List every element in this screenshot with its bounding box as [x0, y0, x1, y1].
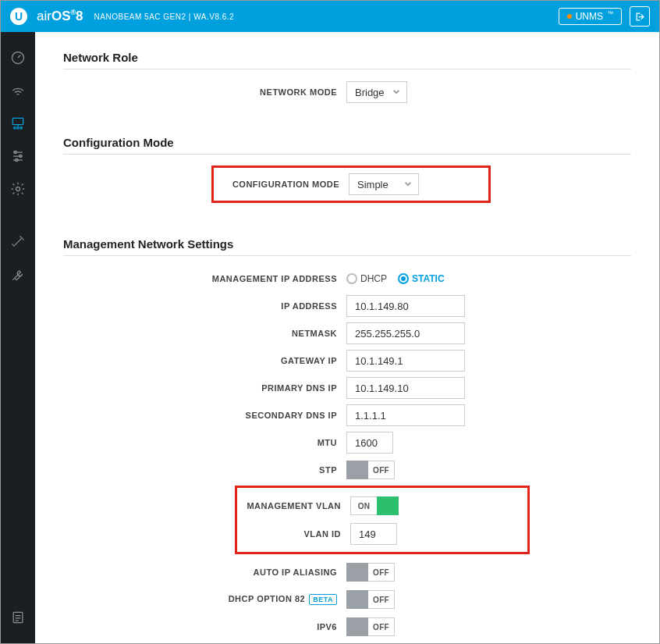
wrench-icon — [10, 267, 26, 283]
auto-ip-toggle-label: OFF — [368, 563, 395, 582]
logout-icon — [634, 11, 646, 23]
dhcp-radio-label: DHCP — [360, 273, 387, 284]
stp-toggle[interactable]: OFF — [346, 461, 395, 479]
wifi-icon — [10, 83, 26, 98]
vlan-id-input[interactable] — [350, 523, 397, 545]
gear-icon — [10, 181, 26, 197]
dhcp82-toggle[interactable]: OFF — [346, 590, 395, 609]
netmask-input[interactable] — [346, 322, 465, 344]
logout-button[interactable] — [630, 6, 650, 27]
config-mode-value: Simple — [357, 179, 389, 190]
section-title-config-mode: Configuration Mode — [63, 136, 631, 149]
sliders-icon — [10, 148, 26, 164]
network-mode-select[interactable]: Bridge — [346, 81, 407, 103]
radio-icon — [346, 273, 357, 284]
dhcp82-toggle-label: OFF — [368, 590, 395, 609]
sidebar-item-wireless[interactable] — [1, 76, 35, 105]
chevron-down-icon — [392, 87, 400, 98]
divider — [63, 255, 631, 256]
ip-mode-static-radio[interactable]: STATIC — [398, 273, 445, 284]
svg-point-4 — [20, 127, 23, 130]
chevron-down-icon — [404, 179, 412, 190]
gateway-input[interactable] — [346, 350, 465, 372]
netmask-label: NETMASK — [63, 329, 346, 338]
mgmt-vlan-label: MANAGEMENT VLAN — [245, 501, 350, 511]
dns1-input[interactable] — [346, 377, 465, 399]
divider — [63, 154, 631, 155]
unms-label: UNMS — [576, 11, 603, 22]
ip-mode-dhcp-radio[interactable]: DHCP — [346, 273, 387, 284]
airos-logo: airOS®8 — [37, 9, 83, 24]
dns1-label: PRIMARY DNS IP — [63, 383, 346, 393]
ipv6-label: IPV6 — [63, 622, 346, 632]
gateway-label: GATEWAY IP — [63, 356, 346, 365]
mtu-input[interactable] — [346, 432, 393, 454]
dns2-input[interactable] — [346, 404, 465, 426]
ip-address-input[interactable] — [346, 295, 465, 317]
content-area: Network Role NETWORK MODE Bridge Configu… — [35, 32, 659, 643]
stp-toggle-label: OFF — [368, 461, 395, 479]
auto-ip-toggle[interactable]: OFF — [346, 563, 395, 582]
mgmt-vlan-toggle-label: ON — [350, 496, 377, 515]
sidebar-item-tools-wrench[interactable] — [1, 260, 35, 290]
divider — [63, 69, 631, 69]
topbar: U airOS®8 NANOBEAM 5AC GEN2 | WA.V8.6.2 … — [1, 1, 659, 32]
section-title-mgmt: Management Network Settings — [63, 237, 631, 251]
log-icon — [10, 610, 26, 625]
section-title-network-role: Network Role — [63, 51, 631, 64]
sidebar-item-tools-wand[interactable] — [1, 227, 35, 257]
ipv6-toggle[interactable]: OFF — [346, 617, 395, 636]
mgmt-vlan-toggle[interactable]: ON — [350, 496, 399, 515]
unms-button[interactable]: UNMS™ — [559, 8, 622, 25]
network-icon — [10, 116, 26, 131]
device-info: NANOBEAM 5AC GEN2 | WA.V8.6.2 — [94, 12, 235, 21]
config-mode-select[interactable]: Simple — [349, 173, 419, 195]
dhcp82-label: DHCP OPTION 82BETA — [63, 594, 346, 605]
network-mode-value: Bridge — [355, 87, 385, 98]
beta-badge: BETA — [309, 594, 337, 605]
mtu-label: MTU — [63, 438, 346, 447]
mgmt-vlan-highlight: MANAGEMENT VLAN ON VLAN ID — [235, 486, 530, 554]
svg-point-8 — [16, 187, 20, 191]
wand-icon — [10, 234, 26, 250]
sidebar-item-system[interactable] — [1, 174, 35, 204]
radio-icon — [398, 273, 409, 284]
sidebar-item-services[interactable] — [1, 141, 35, 171]
sidebar-item-log[interactable] — [1, 603, 35, 632]
svg-point-2 — [14, 127, 16, 130]
static-radio-label: STATIC — [412, 273, 445, 284]
mgmt-ip-mode-label: MANAGEMENT IP ADDRESS — [63, 274, 346, 283]
vlan-id-label: VLAN ID — [245, 529, 350, 539]
config-mode-label: CONFIGURATION MODE — [220, 180, 349, 189]
stp-label: STP — [63, 465, 346, 475]
svg-point-3 — [17, 127, 20, 130]
network-mode-label: NETWORK MODE — [63, 87, 346, 97]
sidebar — [1, 32, 35, 643]
sidebar-item-dashboard[interactable] — [1, 43, 35, 73]
ubiquiti-logo: U — [10, 8, 27, 25]
unms-status-dot-icon — [567, 14, 572, 19]
dns2-label: SECONDARY DNS IP — [63, 411, 346, 420]
gauge-icon — [10, 50, 26, 66]
ipv6-toggle-label: OFF — [368, 617, 395, 636]
ip-address-label: IP ADDRESS — [63, 301, 346, 311]
sidebar-item-network[interactable] — [1, 109, 35, 138]
auto-ip-label: AUTO IP ALIASING — [63, 568, 346, 577]
config-mode-highlight: CONFIGURATION MODE Simple — [211, 165, 491, 203]
svg-rect-1 — [12, 118, 23, 124]
